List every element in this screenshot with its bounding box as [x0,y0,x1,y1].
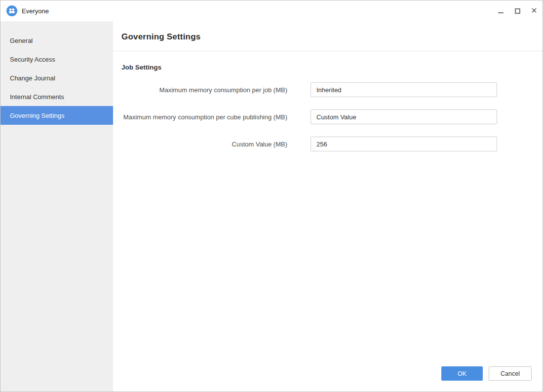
maximize-button[interactable] [509,0,526,21]
main-panel: Governing Settings Job Settings Maximum … [113,21,543,392]
job-settings-form: Maximum memory consumption per job (MB) … [113,82,543,151]
sidebar-item-internal-comments[interactable]: Internal Comments [0,87,113,106]
dialog-window: Everyone ✕ General Security Access Chang… [0,0,543,392]
max-memory-per-cube-publishing-input[interactable] [310,109,497,124]
max-memory-per-job-label: Maximum memory consumption per job (MB) [121,85,287,95]
custom-value-input[interactable] [310,137,497,151]
custom-value-label: Custom Value (MB) [121,139,287,149]
form-row: Maximum memory consumption per cube publ… [113,109,543,124]
sidebar-item-security-access[interactable]: Security Access [0,50,113,69]
cancel-button[interactable]: Cancel [489,366,532,381]
close-button[interactable]: ✕ [526,0,543,21]
sidebar-item-general[interactable]: General [0,31,113,50]
sidebar: General Security Access Change Journal I… [0,21,113,392]
titlebar: Everyone ✕ [0,0,543,21]
ok-button[interactable]: OK [441,366,483,381]
window-controls: ✕ [492,0,543,21]
max-memory-per-cube-publishing-label: Maximum memory consumption per cube publ… [121,112,287,122]
dialog-footer: OK Cancel [441,366,532,381]
minimize-button[interactable] [492,0,509,21]
sidebar-item-change-journal[interactable]: Change Journal [0,69,113,87]
section-title-job-settings: Job Settings [121,64,543,71]
page-title: Governing Settings [121,32,543,42]
main-header: Governing Settings [113,21,543,51]
max-memory-per-job-input[interactable] [310,82,497,97]
form-row: Maximum memory consumption per job (MB) [113,82,543,97]
window-title: Everyone [22,7,49,15]
minimize-icon [498,12,504,13]
form-row: Custom Value (MB) [113,137,543,151]
sidebar-item-governing-settings[interactable]: Governing Settings [0,106,113,125]
maximize-icon [515,8,520,14]
group-people-icon [6,5,17,16]
close-icon: ✕ [531,7,537,15]
